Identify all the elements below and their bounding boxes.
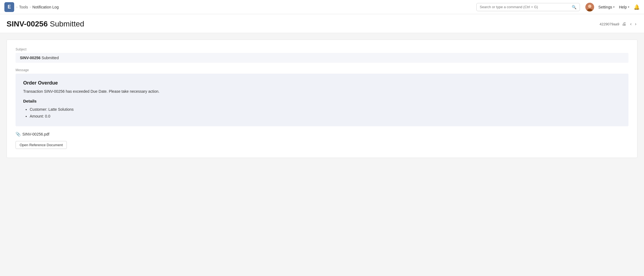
next-record-button[interactable]: › [634, 21, 637, 27]
page-title-bold: SINV-00256 [7, 20, 48, 28]
search-icon: 🔍 [572, 5, 576, 9]
subject-label: Subject [16, 47, 628, 51]
notification-card: Subject SINV-00256 Submitted Message Ord… [7, 40, 637, 158]
breadcrumb-tools[interactable]: Tools [19, 5, 28, 9]
prev-record-button[interactable]: ‹ [629, 21, 633, 27]
open-reference-button[interactable]: Open Reference Document [16, 141, 67, 149]
record-id: 4229079aa9 [600, 22, 619, 26]
message-box: Order Overdue Transaction SINV-00256 has… [16, 74, 628, 126]
message-title: Order Overdue [23, 80, 621, 86]
help-button[interactable]: Help ▾ [619, 5, 629, 9]
breadcrumb: › Tools › Notification Log [16, 5, 59, 9]
page-actions: 4229079aa9 🖨 ‹ › [600, 21, 637, 27]
page-title: SINV-00256 Submitted [7, 20, 84, 28]
list-item: Customer: Latte Solutions [30, 106, 621, 113]
details-list: Customer: Latte Solutions Amount: 0.0 [23, 106, 621, 120]
nav-arrows: ‹ › [629, 21, 637, 27]
bell-icon[interactable]: 🔔 [634, 4, 640, 10]
breadcrumb-sep1: › [16, 5, 17, 9]
top-navigation: E › Tools › Notification Log 🔍 Settings … [0, 0, 644, 14]
subject-bold: SINV-00256 [20, 56, 41, 60]
help-chevron: ▾ [628, 5, 629, 8]
details-title: Details [23, 99, 621, 103]
nav-right: Settings ▾ Help ▾ 🔔 [585, 3, 640, 11]
search-bar[interactable]: 🔍 [476, 3, 580, 11]
paperclip-icon: 📎 [16, 132, 21, 137]
print-button[interactable]: 🖨 [622, 22, 626, 26]
main-content: Subject SINV-00256 Submitted Message Ord… [0, 33, 644, 164]
page-title-rest: Submitted [48, 20, 84, 28]
settings-button[interactable]: Settings ▾ [598, 5, 615, 9]
subject-box: SINV-00256 Submitted [16, 53, 628, 63]
svg-point-1 [588, 5, 591, 8]
attachment-name: SINV-00256.pdf [22, 132, 49, 136]
search-input[interactable] [480, 5, 570, 9]
list-item: Amount: 0.0 [30, 113, 621, 120]
attachment-row: 📎 SINV-00256.pdf [16, 132, 628, 137]
app-icon[interactable]: E [4, 2, 14, 12]
message-text: Transaction SINV-00256 has exceeded Due … [23, 89, 621, 94]
breadcrumb-sep2: › [30, 5, 31, 9]
subject-rest: Submitted [41, 56, 59, 60]
avatar-image [585, 3, 594, 11]
breadcrumb-notification-log: Notification Log [32, 5, 59, 9]
settings-chevron: ▾ [613, 5, 615, 8]
page-header: SINV-00256 Submitted 4229079aa9 🖨 ‹ › [0, 14, 644, 33]
avatar[interactable] [585, 3, 594, 11]
message-label: Message [16, 68, 628, 72]
